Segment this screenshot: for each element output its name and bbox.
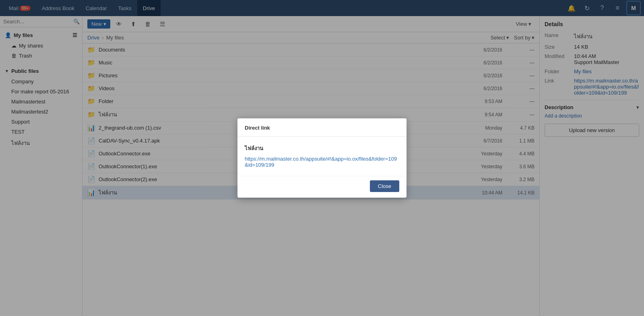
direct-link-modal: Direct link ไฟล์งาน https://m.mailmaster…: [237, 118, 407, 198]
modal-footer: Close: [237, 176, 407, 198]
modal-link[interactable]: https://m.mailmaster.co.th/appsuite/#!&a…: [245, 156, 397, 168]
modal-file-name: ไฟล์งาน: [245, 144, 399, 153]
modal-title: Direct link: [245, 125, 270, 131]
modal-close-button[interactable]: Close: [370, 180, 399, 192]
modal-header: Direct link: [237, 118, 407, 137]
modal-body: ไฟล์งาน https://m.mailmaster.co.th/appsu…: [237, 137, 407, 172]
modal-overlay[interactable]: Direct link ไฟล์งาน https://m.mailmaster…: [0, 0, 644, 316]
